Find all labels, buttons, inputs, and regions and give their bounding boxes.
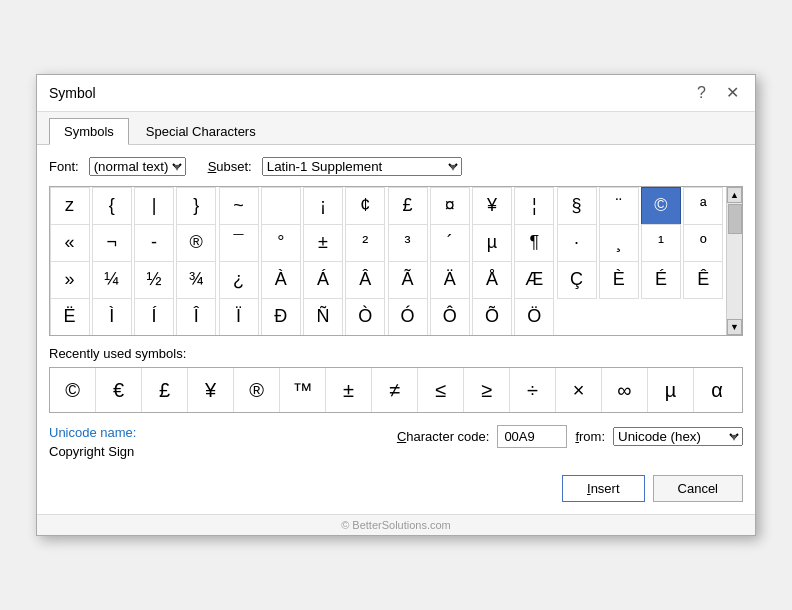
symbol-cell[interactable]: ± [303,224,343,262]
symbol-cell[interactable]: ´ [430,224,470,262]
unicode-name-label: Unicode name: [49,425,387,440]
main-content: Font: (normal text) Subset: Latin-1 Supp… [37,145,755,514]
symbol-cell[interactable]: ³ [388,224,428,262]
symbol-cell[interactable]: Ö [514,298,554,336]
symbol-cell[interactable]: ¯ [219,224,259,262]
symbol-cell[interactable]: ¸ [599,224,639,262]
recently-used-cell[interactable]: £ [142,368,188,412]
symbol-cell[interactable]: ¡ [303,187,343,225]
symbol-cell[interactable]: ~ [219,187,259,225]
char-code-input[interactable] [497,425,567,448]
symbol-cell[interactable]: ª [683,187,723,225]
symbol-cell[interactable]: £ [388,187,428,225]
recently-used-cell[interactable]: ± [326,368,372,412]
symbol-cell[interactable]: À [261,261,301,299]
recently-used-cell[interactable]: α [694,368,740,412]
symbol-cell[interactable]: { [92,187,132,225]
symbol-cell[interactable]: Õ [472,298,512,336]
symbol-cell[interactable]: Ë [50,298,90,336]
symbol-cell[interactable]: Ð [261,298,301,336]
cancel-button[interactable]: Cancel [653,475,743,502]
symbol-cell[interactable]: · [557,224,597,262]
from-label: from: [575,429,605,444]
symbol-cell[interactable]: | [134,187,174,225]
recently-used-cell[interactable]: ≥ [464,368,510,412]
symbol-cell[interactable]: È [599,261,639,299]
subset-select[interactable]: Latin-1 Supplement [262,157,462,176]
recently-used-cell[interactable]: € [96,368,142,412]
recently-used-cell[interactable]: ∞ [602,368,648,412]
recently-used-cell[interactable]: ¥ [188,368,234,412]
symbol-cell[interactable]: § [557,187,597,225]
symbol-cell[interactable]: ¼ [92,261,132,299]
symbol-cell[interactable]: Ô [430,298,470,336]
symbol-cell[interactable]: ¤ [430,187,470,225]
symbol-grid: z{|}~ ¡¢£¤¥¦§¨©ª«¬-®¯°±²³´µ¶·¸¹º»¼½¾¿ÀÁÂ… [50,187,726,335]
symbol-cell[interactable]: z [50,187,90,225]
symbol-cell[interactable]: Ç [557,261,597,299]
symbol-cell[interactable]: ¹ [641,224,681,262]
symbol-cell[interactable]: Ä [430,261,470,299]
symbol-cell[interactable]: « [50,224,90,262]
symbol-cell[interactable]: Ò [345,298,385,336]
symbol-cell[interactable]: ¾ [176,261,216,299]
symbol-cell[interactable]: Æ [514,261,554,299]
scrollbar-track[interactable] [727,203,742,319]
recently-used-cell[interactable]: ÷ [510,368,556,412]
symbol-cell[interactable] [261,187,301,225]
recently-used-cell[interactable]: µ [648,368,694,412]
scroll-down-button[interactable]: ▼ [727,319,742,335]
symbol-cell[interactable]: Â [345,261,385,299]
symbol-cell[interactable]: Í [134,298,174,336]
scroll-up-button[interactable]: ▲ [727,187,742,203]
symbol-cell[interactable]: Î [176,298,216,336]
symbol-cell[interactable]: Ó [388,298,428,336]
tab-special-characters[interactable]: Special Characters [131,118,271,144]
symbol-cell[interactable]: Ñ [303,298,343,336]
symbol-cell[interactable]: ® [176,224,216,262]
symbol-cell[interactable]: ¿ [219,261,259,299]
recently-used-cell[interactable]: ≠ [372,368,418,412]
close-button[interactable]: ✕ [722,83,743,103]
symbol-cell[interactable]: º [683,224,723,262]
symbol-cell[interactable]: » [50,261,90,299]
symbol-cell[interactable]: ¦ [514,187,554,225]
symbol-cell[interactable]: ¶ [514,224,554,262]
symbol-cell[interactable]: µ [472,224,512,262]
symbol-cell[interactable]: ¬ [92,224,132,262]
symbol-cell[interactable]: Å [472,261,512,299]
tab-symbols[interactable]: Symbols [49,118,129,145]
symbol-cell[interactable]: Á [303,261,343,299]
symbol-cell[interactable]: } [176,187,216,225]
symbol-cell[interactable]: Ï [219,298,259,336]
symbol-cell[interactable]: Ê [683,261,723,299]
symbol-cell[interactable]: Ã [388,261,428,299]
unicode-name-value: Copyright Sign [49,444,387,459]
recently-used-label: Recently used symbols: [49,346,743,361]
subset-select-wrapper: Latin-1 Supplement [262,157,462,176]
symbol-cell[interactable]: ½ [134,261,174,299]
tab-bar: Symbols Special Characters [37,112,755,145]
watermark: © BetterSolutions.com [37,514,755,535]
symbol-cell[interactable]: Ì [92,298,132,336]
recently-used-cell[interactable]: ≤ [418,368,464,412]
recently-used-cell[interactable]: ™ [280,368,326,412]
symbol-cell[interactable]: © [641,187,681,225]
symbol-cell[interactable]: ¢ [345,187,385,225]
symbol-cell[interactable]: ¥ [472,187,512,225]
symbol-cell[interactable]: ² [345,224,385,262]
recently-used-cell[interactable]: ® [234,368,280,412]
recently-used-cell[interactable]: × [556,368,602,412]
symbol-dialog: Symbol ? ✕ Symbols Special Characters Fo… [36,74,756,536]
symbol-cell[interactable]: ¨ [599,187,639,225]
recently-used-cell[interactable]: © [50,368,96,412]
from-select[interactable]: Unicode (hex) [613,427,743,446]
scrollbar-thumb [728,204,742,234]
symbol-cell[interactable]: - [134,224,174,262]
help-button[interactable]: ? [693,83,710,103]
font-select[interactable]: (normal text) [89,157,186,176]
insert-button[interactable]: Insert [562,475,645,502]
symbol-cell[interactable]: ° [261,224,301,262]
symbol-cell[interactable]: É [641,261,681,299]
info-row: Unicode name: Copyright Sign Character c… [49,425,743,459]
